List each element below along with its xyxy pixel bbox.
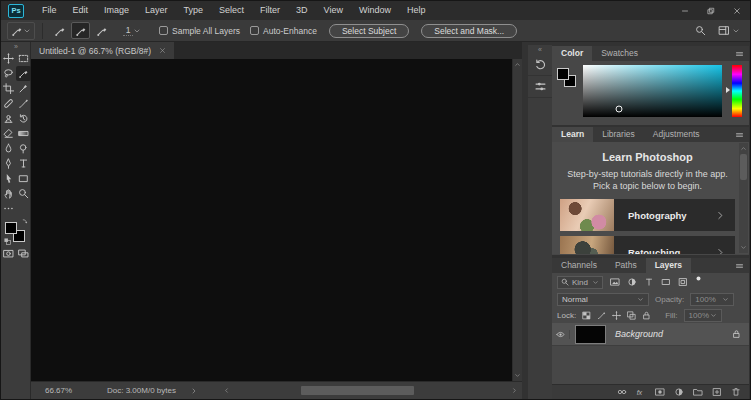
document-tab[interactable]: Untitled-1 @ 66.7% (RGB/8#)	[31, 42, 174, 59]
select-subject-button[interactable]: Select Subject	[329, 24, 409, 38]
tab-color-color[interactable]: Color	[552, 46, 592, 61]
spot-healing-brush-tool[interactable]	[1, 96, 16, 111]
sample-all-layers-checkbox[interactable]	[159, 26, 168, 35]
zoom-level-field[interactable]: 66.67%	[45, 386, 79, 395]
scrollbar-thumb[interactable]	[301, 386, 414, 395]
learn-topic-photography[interactable]: Photography	[560, 199, 735, 231]
menu-help[interactable]: Help	[399, 1, 434, 20]
tool-preset-dropdown[interactable]	[7, 22, 35, 40]
blend-mode-dropdown[interactable]: Normal	[557, 293, 649, 306]
scroll-up-icon[interactable]	[740, 145, 747, 152]
lock-transparent-pixels-icon[interactable]	[582, 311, 591, 320]
color-swatches-control[interactable]	[5, 220, 27, 244]
smart-object-filter-icon[interactable]	[678, 277, 688, 287]
layer-row-background[interactable]: Background	[552, 323, 749, 346]
tab-layers-channels[interactable]: Channels	[552, 258, 606, 273]
minimize-button[interactable]	[672, 1, 698, 20]
blur-tool[interactable]	[1, 141, 16, 156]
learn-topic-retouching[interactable]: Retouching	[560, 236, 735, 254]
rectangular-marquee-tool[interactable]	[16, 51, 31, 66]
menu-window[interactable]: Window	[351, 1, 399, 20]
menu-view[interactable]: View	[316, 1, 351, 20]
lock-image-pixels-icon[interactable]	[597, 311, 606, 320]
horizontal-scrollbar[interactable]	[223, 385, 518, 396]
shape-filter-icon[interactable]	[661, 277, 671, 287]
dodge-tool[interactable]	[16, 141, 31, 156]
history-panel-button[interactable]	[528, 54, 552, 76]
crop-tool[interactable]	[1, 81, 16, 96]
eraser-tool[interactable]	[1, 126, 16, 141]
fill-dropdown[interactable]: 100%	[684, 309, 722, 322]
lock-position-icon[interactable]	[612, 311, 621, 320]
foreground-color-swatch[interactable]	[557, 68, 569, 80]
menu-file[interactable]: File	[34, 1, 65, 20]
scroll-down-icon[interactable]	[514, 372, 521, 379]
lasso-tool[interactable]	[1, 66, 16, 81]
history-brush-tool[interactable]	[16, 111, 31, 126]
tab-learn-libraries[interactable]: Libraries	[593, 127, 644, 142]
layer-thumbnail[interactable]	[575, 325, 606, 344]
zoom-tool[interactable]	[16, 186, 31, 201]
lock-all-icon[interactable]	[642, 311, 651, 320]
eyedropper-tool[interactable]	[16, 81, 31, 96]
scrollbar-track[interactable]	[233, 386, 508, 395]
type-tool[interactable]	[16, 156, 31, 171]
scroll-down-icon[interactable]	[740, 244, 747, 251]
auto-enhance-checkbox[interactable]	[250, 26, 259, 35]
scroll-left-icon[interactable]	[223, 387, 230, 394]
opacity-dropdown[interactable]: 100%	[690, 293, 734, 306]
workspace-switcher[interactable]	[718, 25, 740, 36]
clone-stamp-tool[interactable]	[1, 111, 16, 126]
pixel-filter-icon[interactable]	[610, 277, 620, 287]
menu-image[interactable]: Image	[96, 1, 137, 20]
new-selection-mode-button[interactable]	[50, 22, 69, 39]
restore-button[interactable]	[698, 1, 724, 20]
path-selection-tool[interactable]	[1, 171, 16, 186]
add-adjustment-layer-icon[interactable]	[674, 387, 684, 397]
rectangle-tool[interactable]	[16, 171, 31, 186]
swap-colors-icon[interactable]	[21, 218, 29, 226]
layer-visibility-toggle[interactable]	[552, 330, 570, 339]
adjustment-filter-icon[interactable]	[627, 277, 637, 287]
scroll-right-icon[interactable]	[511, 387, 518, 394]
panel-menu-icon[interactable]	[735, 262, 744, 270]
screen-mode-button[interactable]	[18, 248, 29, 259]
expand-panels-icon[interactable]: «	[528, 45, 552, 54]
panel-menu-icon[interactable]	[735, 131, 744, 139]
type-filter-icon[interactable]	[644, 277, 654, 287]
brush-size-dropdown[interactable]: 1	[123, 25, 141, 36]
tab-layers-layers[interactable]: Layers	[646, 258, 691, 273]
layer-effects-icon[interactable]: fx	[636, 387, 646, 397]
scrollbar-thumb[interactable]	[740, 154, 747, 180]
status-expand-icon[interactable]	[190, 387, 198, 395]
move-tool[interactable]	[1, 51, 16, 66]
subtract-from-selection-mode-button[interactable]	[92, 22, 111, 39]
canvas[interactable]	[31, 59, 512, 381]
saturation-brightness-field[interactable]	[583, 65, 722, 117]
tab-layers-paths[interactable]: Paths	[606, 258, 646, 273]
menu-select[interactable]: Select	[211, 1, 252, 20]
quick-selection-tool[interactable]	[16, 66, 31, 81]
new-layer-icon[interactable]	[712, 387, 722, 397]
link-layers-icon[interactable]	[617, 387, 627, 397]
menu-type[interactable]: Type	[176, 1, 212, 20]
filter-toggle-icon[interactable]	[695, 275, 702, 282]
gradient-tool[interactable]	[16, 126, 31, 141]
select-and-mask-button[interactable]: Select and Mask...	[421, 24, 517, 38]
properties-panel-button[interactable]	[528, 76, 552, 98]
brush-tool[interactable]	[16, 96, 31, 111]
close-tab-icon[interactable]	[159, 47, 166, 54]
tab-learn-adjustments[interactable]: Adjustments	[644, 127, 709, 142]
menu-edit[interactable]: Edit	[65, 1, 97, 20]
edit-toolbar-tool[interactable]	[1, 201, 16, 216]
hue-slider[interactable]	[732, 65, 742, 117]
foreground-color-swatch[interactable]	[5, 222, 17, 234]
tab-learn-learn[interactable]: Learn	[552, 127, 593, 142]
default-colors-icon[interactable]	[4, 238, 11, 245]
menu-filter[interactable]: Filter	[252, 1, 288, 20]
new-group-icon[interactable]	[693, 387, 703, 397]
menu-3d[interactable]: 3D	[288, 1, 316, 20]
delete-layer-icon[interactable]	[731, 387, 741, 397]
vertical-scrollbar[interactable]	[512, 59, 522, 381]
toolbar-collapse-icon[interactable]: »	[1, 42, 30, 51]
